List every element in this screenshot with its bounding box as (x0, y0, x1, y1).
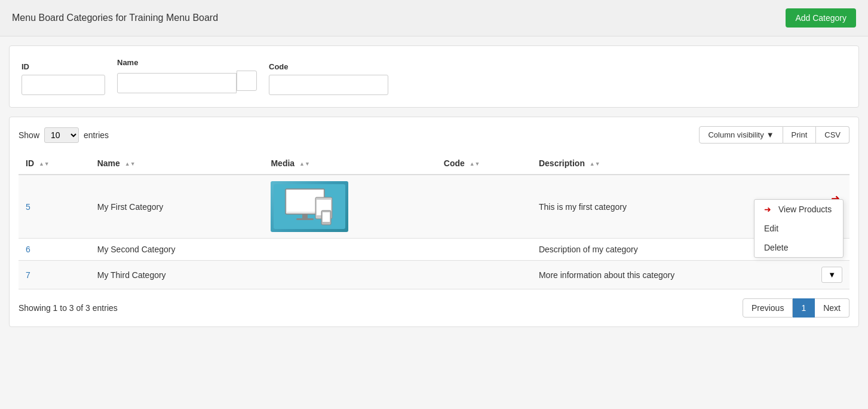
row-code (437, 239, 532, 261)
table-action-buttons: Column visibility ▼ Print CSV (699, 126, 849, 144)
chevron-down-icon: ▼ (766, 130, 774, 139)
table-footer: Showing 1 to 3 of 3 entries Previous 1 N… (19, 298, 849, 318)
svg-rect-3 (302, 214, 308, 218)
next-button[interactable]: Next (815, 298, 849, 318)
entries-select[interactable]: 10 25 50 100 (44, 127, 79, 143)
show-entries-control: Show 10 25 50 100 entries (19, 127, 109, 143)
row-id: 6 (19, 239, 90, 261)
row-id: 5 (19, 175, 90, 239)
col-header-actions (814, 152, 849, 175)
col-header-name: Name ▲▼ (90, 152, 264, 175)
show-label: Show (19, 130, 39, 140)
name-filter-checkbox[interactable] (237, 71, 257, 91)
row-code (437, 175, 532, 239)
pagination: Previous 1 Next (743, 298, 849, 318)
entries-label: entries (84, 130, 109, 140)
table-header-row: ID ▲▼ Name ▲▼ Media ▲▼ Code ▲▼ Descripti… (19, 152, 849, 175)
svg-rect-4 (296, 218, 314, 220)
row-action-cell: ➜ ▼ ➜ View Products Edit Delete (814, 175, 849, 239)
svg-rect-8 (323, 212, 330, 222)
row-name: My Third Category (90, 261, 264, 289)
filter-section: ID Name Code (9, 45, 859, 108)
dropdown-menu: ➜ View Products Edit Delete (754, 199, 844, 258)
row-media (263, 175, 436, 239)
col-header-description: Description ▲▼ (532, 152, 814, 175)
edit-menu-item[interactable]: Edit (754, 219, 843, 238)
col-header-media: Media ▲▼ (263, 152, 436, 175)
table-section: Show 10 25 50 100 entries Column visibil… (9, 117, 859, 327)
row-name: My First Category (90, 175, 264, 239)
col-header-id: ID ▲▼ (19, 152, 90, 175)
id-filter-input[interactable] (22, 75, 105, 95)
row-name: My Second Category (90, 239, 264, 261)
add-category-button[interactable]: Add Category (786, 8, 856, 28)
row-media (263, 261, 436, 289)
row-action-dropdown-button[interactable]: ▼ (821, 267, 842, 283)
view-products-menu-item[interactable]: ➜ View Products (754, 200, 843, 219)
previous-button[interactable]: Previous (743, 298, 793, 318)
categories-table: ID ▲▼ Name ▲▼ Media ▲▼ Code ▲▼ Descripti… (19, 152, 849, 289)
delete-menu-item[interactable]: Delete (754, 238, 843, 257)
page-title: Menu Board Categories for Training Menu … (12, 13, 218, 23)
col-header-code: Code ▲▼ (437, 152, 532, 175)
showing-text: Showing 1 to 3 of 3 entries (19, 303, 118, 313)
row-id: 7 (19, 261, 90, 289)
row-action-cell: ▼ (814, 261, 849, 289)
code-filter-input[interactable] (269, 75, 388, 95)
table-row: 7 My Third Category More information abo… (19, 261, 849, 289)
row-media (263, 239, 436, 261)
table-row: 6 My Second Category Description of my c… (19, 239, 849, 261)
column-visibility-button[interactable]: Column visibility ▼ (699, 126, 783, 144)
print-button[interactable]: Print (783, 126, 817, 144)
name-filter-label: Name (117, 58, 257, 67)
id-filter-label: ID (22, 62, 105, 71)
table-row: 5 My First Category (19, 175, 849, 239)
red-arrow-view-icon: ➜ (764, 204, 771, 214)
row-code (437, 261, 532, 289)
csv-button[interactable]: CSV (816, 126, 849, 144)
code-filter-label: Code (269, 62, 388, 71)
row-description: More information about this category (532, 261, 814, 289)
page-1-button[interactable]: 1 (793, 298, 815, 318)
page-header: Menu Board Categories for Training Menu … (0, 0, 868, 36)
name-filter-input[interactable] (117, 73, 237, 93)
